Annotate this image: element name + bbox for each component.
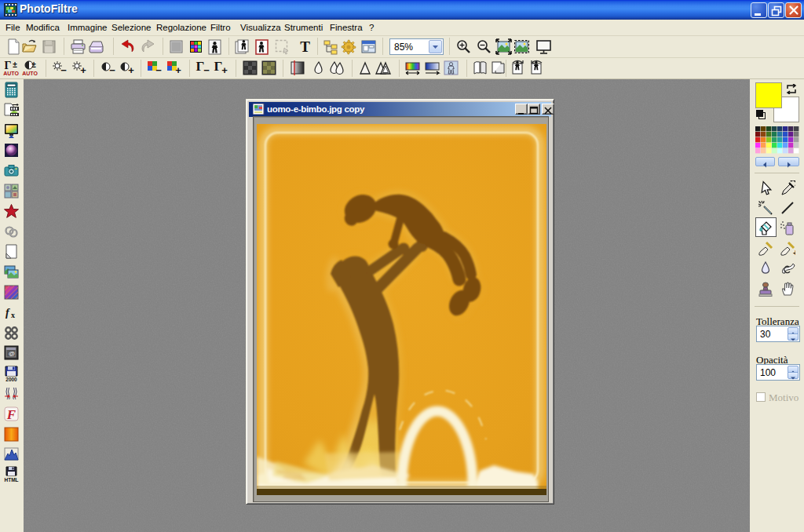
svg-text:−: − [60, 64, 67, 76]
svg-text:x: x [11, 311, 15, 319]
svg-text:±: ± [13, 60, 17, 69]
svg-text:2000: 2000 [5, 377, 17, 382]
svg-text:+: + [80, 64, 86, 76]
svg-text:−: − [155, 64, 162, 76]
svg-text:@: @ [9, 350, 15, 357]
svg-text:+: + [175, 64, 181, 76]
svg-text:+: + [128, 64, 134, 76]
svg-text:−: − [109, 64, 115, 76]
svg-text:T: T [300, 38, 310, 55]
svg-text:HTML: HTML [4, 477, 18, 483]
svg-text:Γ: Γ [5, 60, 12, 71]
svg-text:±: ± [31, 60, 36, 69]
svg-text:+: + [793, 248, 795, 257]
svg-text:AUTO: AUTO [3, 71, 19, 76]
svg-text:−: − [203, 64, 210, 76]
svg-text:+: + [221, 64, 228, 76]
svg-text:AUTO: AUTO [22, 71, 38, 76]
svg-text:f: f [5, 307, 10, 319]
svg-text:F: F [6, 407, 16, 422]
